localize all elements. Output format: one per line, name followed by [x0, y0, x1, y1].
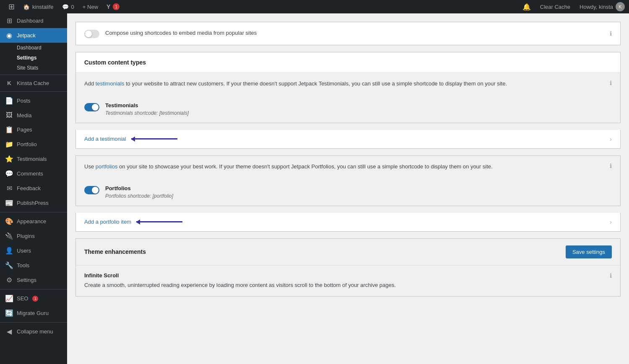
howdy-label: Howdy, kinsta [580, 4, 613, 10]
tools-icon: 🔧 [5, 261, 13, 269]
sidebar-item-testimonials[interactable]: ⭐ Testimonials [0, 152, 67, 166]
testimonials-description-row: Add testimonials to your website to attr… [76, 73, 620, 96]
testimonials-toggle-wrap: Testimonials Testimonials shortcode: [te… [84, 102, 189, 116]
sidebar-item-publishpress[interactable]: 📰 PublishPress [0, 196, 67, 210]
testimonials-description: Add testimonials to your website to attr… [84, 80, 606, 88]
sidebar-subitem-dashboard[interactable]: Dashboard [0, 43, 67, 53]
theme-enhancements-section: Theme enhancements Save settings Infinit… [75, 238, 621, 297]
appearance-icon: 🎨 [5, 217, 13, 225]
portfolio-icon: 📁 [5, 140, 13, 148]
testimonials-icon: ⭐ [5, 155, 13, 163]
portfolios-toggle-row: Portfolios Portfolios shortcode: [portfo… [76, 178, 620, 206]
custom-content-title: Custom content types [84, 59, 146, 66]
new-content-item[interactable]: + New [78, 0, 102, 13]
jetpack-indicator: ◀ [59, 32, 64, 39]
avatar: K [616, 2, 625, 11]
sidebar-item-settings[interactable]: ⚙ Settings [0, 273, 67, 287]
add-testimonial-link[interactable]: Add a testimonial [84, 136, 126, 142]
sidebar-item-comments[interactable]: 💬 Comments [0, 166, 67, 181]
comments-count: 0 [71, 4, 74, 10]
main-content: Compose using shortcodes to embed media … [67, 13, 629, 364]
portfolio-chevron-icon: › [610, 219, 612, 225]
plugins-icon: 🔌 [5, 232, 13, 240]
sidebar-item-media[interactable]: 🖼 Media [0, 108, 67, 122]
portfolios-description: Use portfolios on your site to showcase … [84, 163, 606, 171]
comments-item[interactable]: 💬 0 [58, 0, 78, 13]
shortcode-toggle-row: Compose using shortcodes to embed media … [84, 29, 606, 38]
sidebar-item-dashboard[interactable]: ⊞ Dashboard [0, 13, 67, 28]
comments-sidebar-icon: 💬 [5, 170, 13, 178]
custom-content-header: Custom content types [76, 52, 620, 73]
wp-logo-icon: ⊞ [8, 2, 15, 11]
add-testimonial-row[interactable]: Add a testimonial › [75, 130, 621, 149]
feedback-icon: ✉ [5, 184, 13, 192]
sidebar-item-pages[interactable]: 📋 Pages [0, 122, 67, 137]
comments-icon: 💬 [62, 4, 69, 10]
new-content-label: + New [83, 4, 98, 10]
portfolios-toggle[interactable] [84, 186, 99, 194]
sidebar-item-appearance[interactable]: 🎨 Appearance [0, 214, 67, 229]
dashboard-icon: ⊞ [5, 17, 13, 25]
shortcode-description: Compose using shortcodes to embed media … [105, 30, 257, 36]
testimonial-chevron-icon: › [610, 136, 612, 142]
migrate-guru-icon: 🔄 [5, 309, 13, 317]
portfolios-description-row: Use portfolios on your site to showcase … [76, 156, 620, 178]
site-name-label: kinstalife [32, 4, 54, 10]
sidebar-item-collapse[interactable]: ◀ Collapse menu [0, 324, 67, 339]
howdy-item[interactable]: Howdy, kinsta K [580, 2, 625, 11]
wp-logo-item[interactable]: ⊞ [4, 0, 19, 13]
seo-badge: 1 [32, 296, 38, 302]
sidebar-item-portfolio[interactable]: 📁 Portfolio [0, 137, 67, 152]
sidebar-item-plugins[interactable]: 🔌 Plugins [0, 229, 67, 243]
settings-icon: ⚙ [5, 276, 13, 284]
shortcode-toggle[interactable] [84, 30, 99, 38]
admin-sidebar: ⊞ Dashboard ◉ Jetpack ◀ Dashboard Settin… [0, 13, 67, 364]
portfolios-info-icon[interactable]: ℹ [610, 163, 612, 169]
publishpress-icon: 📰 [5, 199, 13, 207]
add-portfolio-row[interactable]: Add a portfolio item › [75, 213, 621, 232]
infinite-scroll-title: Infinite Scroll [84, 272, 396, 279]
sidebar-subitem-settings[interactable]: Settings [0, 53, 67, 63]
sidebar-item-jetpack[interactable]: ◉ Jetpack ◀ [0, 28, 67, 43]
menu-separator-2 [0, 91, 67, 92]
testimonials-toggle[interactable] [84, 103, 99, 111]
testimonials-link[interactable]: testimonials [96, 80, 125, 87]
sidebar-subitem-sitestats[interactable]: Site Stats [0, 63, 67, 73]
portfolios-link[interactable]: portfolios [96, 163, 118, 170]
infinite-scroll-description: Create a smooth, uninterrupted reading e… [84, 281, 396, 290]
testimonials-shortcode: Testimonials shortcode: [testimonials] [105, 110, 189, 116]
theme-enhancements-title: Theme enhancements [84, 248, 146, 255]
portfolios-toggle-wrap: Portfolios Portfolios shortcode: [portfo… [84, 185, 173, 199]
sidebar-item-kinsta-cache[interactable]: K Kinsta Cache [0, 77, 67, 90]
yoast-icon: Y [107, 3, 110, 10]
testimonials-toggle-label: Testimonials [105, 102, 189, 108]
portfolio-arrow-annotation [136, 221, 182, 222]
kinsta-cache-icon: K [5, 80, 13, 86]
yoast-item[interactable]: Y 1 [102, 0, 124, 13]
shortcode-info-icon[interactable]: ℹ [610, 30, 612, 37]
sidebar-item-migrate-guru[interactable]: 🔄 Migrate Guru [0, 306, 67, 320]
add-portfolio-link[interactable]: Add a portfolio item [84, 219, 131, 225]
testimonial-arrow-annotation [131, 138, 177, 139]
infinite-scroll-info-icon[interactable]: ℹ [610, 272, 612, 279]
portfolios-shortcode: Portfolios shortcode: [portfolio] [105, 193, 173, 199]
menu-separator-5 [0, 322, 67, 323]
collapse-icon: ◀ [5, 328, 13, 336]
menu-separator-1 [0, 75, 67, 75]
yoast-badge: 1 [113, 3, 120, 10]
menu-separator-3 [0, 212, 67, 212]
sidebar-item-feedback[interactable]: ✉ Feedback [0, 181, 67, 196]
admin-menu: ⊞ Dashboard ◉ Jetpack ◀ Dashboard Settin… [0, 13, 67, 339]
save-settings-button[interactable]: Save settings [566, 245, 612, 258]
clear-cache-button[interactable]: Clear Cache [536, 0, 574, 13]
users-icon: 👤 [5, 247, 13, 255]
notifications-icon[interactable]: 🔔 [522, 3, 531, 11]
sidebar-item-seo[interactable]: 📈 SEO 1 [0, 291, 67, 306]
sidebar-item-tools[interactable]: 🔧 Tools [0, 258, 67, 273]
testimonials-info-icon[interactable]: ℹ [610, 80, 612, 86]
menu-separator-4 [0, 289, 67, 289]
sidebar-item-posts[interactable]: 📄 Posts [0, 93, 67, 108]
sidebar-item-users[interactable]: 👤 Users [0, 243, 67, 258]
media-icon: 🖼 [5, 111, 13, 119]
site-name-item[interactable]: 🏠 kinstalife [19, 0, 58, 13]
